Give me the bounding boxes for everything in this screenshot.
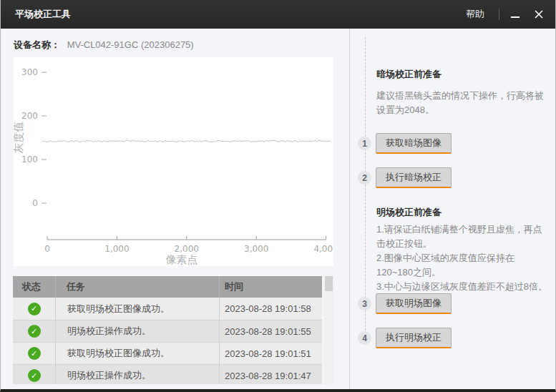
svg-text:300: 300 [21, 67, 38, 77]
row-status-cell: ✓ [13, 343, 55, 364]
flat-field-correction-window: 平场校正工具 帮助 设备名称： MV-CL042-91GC (202306275… [0, 0, 556, 392]
gray-value-chart: 01,0002,0003,0004,0000100200300灰度值像素点 [14, 57, 333, 266]
log-table: 状态 任务 时间 ✓ 获取明场校正图像成功。 2023-08-28 19:01:… [13, 276, 322, 384]
bright-field-section-list: 1.请保证白纸铺满整个视野且虚焦，再点击校正按钮。 2.图像中心区域的灰度值应保… [376, 222, 550, 294]
step-row: 3 获取明场图像 [350, 293, 556, 315]
check-circle-icon: ✓ [28, 347, 41, 360]
step-row: 1 获取暗场图像 [350, 133, 556, 155]
chart-canvas: 01,0002,0003,0004,0000100200300灰度值像素点 [14, 57, 333, 266]
table-row: ✓ 获取明场校正图像成功。 2023-08-28 19:01:51 [13, 342, 322, 364]
correction-steps-panel: 暗场校正前准备 建议捂黑镜头盖的情况下操作，行高将被设置为2048。 明场校正前… [350, 29, 556, 389]
minimize-button[interactable] [511, 10, 520, 19]
bright-field-item-2: 2.图像中心区域的灰度值应保持在120~180之间。 [376, 251, 550, 280]
header-task: 任务 [55, 276, 219, 298]
titlebar: 平场校正工具 帮助 [1, 0, 555, 29]
check-circle-icon: ✓ [28, 303, 41, 315]
svg-text:2,000: 2,000 [175, 244, 199, 254]
scrollbar-thumb[interactable] [325, 276, 333, 291]
row-time-cell: 2023-08-28 19:01:55 [219, 320, 322, 342]
bright-field-section-title: 明场校正前准备 [376, 206, 442, 219]
bright-field-item-3: 3.中心与边缘区域灰度值差距不超过8倍。 [376, 280, 550, 294]
row-time-cell: 2023-08-28 19:01:58 [219, 298, 322, 320]
svg-text:100: 100 [21, 155, 38, 165]
dark-field-section-title: 暗场校正前准备 [376, 68, 442, 81]
device-name-value: MV-CL042-91GC (202306275) [67, 39, 194, 50]
row-time-cell: 2023-08-28 19:01:47 [219, 365, 322, 384]
bright-field-item-1: 1.请保证白纸铺满整个视野且虚焦，再点击校正按钮。 [376, 222, 550, 251]
row-task-cell: 获取明场校正图像成功。 [55, 298, 219, 320]
table-scrollbar[interactable] [324, 276, 333, 384]
device-name-label: 设备名称： [14, 39, 60, 50]
step-number-badge: 1 [358, 137, 371, 150]
row-task-cell: 明场校正操作成功。 [55, 365, 219, 384]
table-row: ✓ 获取明场校正图像成功。 2023-08-28 19:01:58 [13, 298, 322, 320]
step-number-badge: 2 [358, 171, 371, 185]
step-number-badge: 3 [358, 297, 371, 310]
table-body: ✓ 获取明场校正图像成功。 2023-08-28 19:01:58 ✓ 明场校正… [13, 298, 322, 384]
step-row: 4 执行明场校正 [350, 328, 556, 349]
row-task-cell: 获取明场校正图像成功。 [55, 343, 219, 364]
step-action-button[interactable]: 获取暗场图像 [376, 133, 452, 154]
table-header: 状态 任务 时间 [13, 276, 322, 298]
svg-text:3,000: 3,000 [244, 244, 268, 254]
row-status-cell: ✓ [13, 298, 55, 320]
svg-text:0: 0 [32, 198, 38, 208]
step-number-badge: 4 [358, 331, 371, 345]
close-button[interactable] [534, 9, 544, 19]
table-row: ✓ 明场校正操作成功。 2023-08-28 19:01:55 [13, 320, 322, 342]
header-time: 时间 [219, 276, 322, 298]
row-task-cell: 明场校正操作成功。 [55, 320, 219, 342]
header-status: 状态 [13, 276, 55, 298]
titlebar-separator [499, 9, 499, 20]
svg-text:1,000: 1,000 [104, 244, 129, 254]
window-title: 平场校正工具 [15, 8, 466, 21]
table-row: ✓ 明场校正操作成功。 2023-08-28 19:01:47 [13, 364, 322, 384]
svg-text:200: 200 [21, 111, 38, 121]
step-action-button[interactable]: 获取明场图像 [376, 293, 452, 314]
device-name-row: 设备名称： MV-CL042-91GC (202306275) [14, 39, 194, 52]
row-status-cell: ✓ [13, 320, 55, 342]
row-status-cell: ✓ [13, 365, 55, 384]
svg-text:灰度值: 灰度值 [14, 122, 24, 154]
step-action-button[interactable]: 执行暗场校正 [376, 167, 452, 188]
close-icon [534, 9, 544, 19]
svg-text:4,000: 4,000 [313, 244, 333, 254]
dark-field-section-desc: 建议捂黑镜头盖的情况下操作，行高将被设置为2048。 [376, 89, 550, 117]
svg-text:像素点: 像素点 [165, 253, 198, 265]
step-row: 2 执行暗场校正 [350, 167, 556, 189]
row-time-cell: 2023-08-28 19:01:51 [219, 343, 322, 364]
help-button[interactable]: 帮助 [466, 8, 484, 21]
check-circle-icon: ✓ [28, 369, 41, 382]
step-action-button[interactable]: 执行明场校正 [376, 328, 452, 348]
svg-text:0: 0 [44, 244, 50, 254]
check-circle-icon: ✓ [28, 325, 41, 338]
